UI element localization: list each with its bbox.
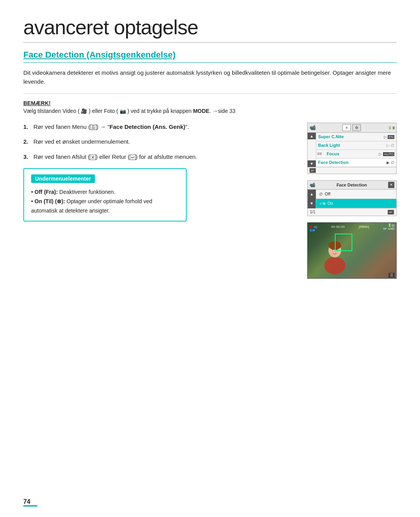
menu-row-facedetection-value: ▶ ∅ <box>387 160 394 165</box>
step-1-bold: Face Detection (Ans. Genk) <box>110 123 186 130</box>
nav-down-btn[interactable]: ▼ <box>308 160 316 167</box>
steps-list: 1. Rør ved fanen Menu (☰) → "Face Detect… <box>23 123 296 222</box>
off-icon: ∅ <box>319 192 323 196</box>
vf-remaining: [55Min] <box>359 225 369 229</box>
step-3-number: 3. <box>23 153 30 162</box>
panel2-row-off[interactable]: ∅ Off <box>316 190 396 199</box>
vf-top-bar: 📹 00:00:00 [55Min] 🔋|||| SF 1080 <box>308 223 396 231</box>
svg-point-3 <box>332 249 334 250</box>
subitem-off-label: Off (Fra): <box>35 189 58 195</box>
menu-row-focus-value: ▷ AUTO <box>379 152 394 156</box>
menu-row-supercnite-value: ▷ EN <box>384 135 394 139</box>
nav-spacer <box>308 139 316 160</box>
page-number: 74 <box>23 498 30 505</box>
step-3-text: Rør ved fanen Afslut (✕) eller Retur (↩)… <box>33 153 197 162</box>
panel2-row-on[interactable]: ✓⊗ On <box>316 199 396 208</box>
cam-icon: 📹 <box>310 125 316 130</box>
subitem-list: Off (Fra): Deaktiverer funktionen. On (T… <box>31 188 179 215</box>
panel2-cam-icon: 📹 <box>310 182 315 188</box>
menu-tabs: ≡ ⚙ <box>318 124 385 131</box>
step-3: 3. Rør ved fanen Afslut (✕) eller Retur … <box>23 153 296 162</box>
menu-row-facedetection: Face Detection ▶ ∅ <box>316 158 396 167</box>
vf-mode-badge: C.N <box>309 229 316 232</box>
subitem-on-label: On (Til) (⊗): <box>35 198 65 204</box>
on-icon: ✓⊗ <box>319 201 326 206</box>
subitem-box: Undermenuelementer Off (Fra): Deaktivere… <box>23 168 187 222</box>
menu-panel-1-counter: ↩ <box>308 167 396 174</box>
panel2-title: Face Detection <box>336 183 367 187</box>
vf-timecode: 00:00:00 <box>331 225 345 229</box>
panel2-back-btn[interactable]: ↩ <box>388 210 394 215</box>
section-heading: Face Detection (Ansigtsgenkendelse) <box>23 50 397 63</box>
right-panels: 📹 ≡ ⚙ 🔋 |||| ▲ ▼ <box>307 123 397 279</box>
battery-bars: |||| <box>393 126 394 129</box>
vf-menu-icon: ☰ <box>388 273 395 278</box>
panel2-counter: 1/1 ↩ <box>308 208 396 216</box>
divider <box>23 93 397 94</box>
step-2-number: 2. <box>23 137 30 146</box>
menu-row-supercnite: Super C.Nite ▷ EN <box>316 133 396 141</box>
step-2-text: Rør ved et ønsket undermenulement. <box>33 137 130 146</box>
subitem-on: On (Til) (⊗): Optager under optimale for… <box>31 197 179 216</box>
menu-row-backlight-value: ▷ ∅ <box>387 143 394 148</box>
menu-panel-1-body: ▲ ▼ Super C.Nite ▷ EN Back Light ▷ ∅ <box>308 133 396 167</box>
menu-rows: Super C.Nite ▷ EN Back Light ▷ ∅ 3/8 Foc… <box>316 133 396 167</box>
menu-row-backlight: Back Light ▷ ∅ <box>316 141 396 150</box>
steps-area: 1. Rør ved fanen Menu (☰) → "Face Detect… <box>23 123 397 279</box>
viewfinder: 📹 00:00:00 [55Min] 🔋|||| SF 1080 C.N <box>307 222 397 279</box>
note-text: Vælg tilstanden Video ( 🎥 ) eller Foto (… <box>23 108 397 114</box>
nav-col: ▲ ▼ <box>308 133 316 167</box>
panel2-items: ∅ Off ✓⊗ On <box>316 190 396 208</box>
note-label: BEMÆRK! <box>23 100 397 106</box>
panel2-row-on-label: On <box>327 201 333 206</box>
vf-rec-dot <box>309 225 312 228</box>
counter-38: 3/8 <box>317 152 322 156</box>
panel2-nav-down[interactable]: ▼ <box>308 199 316 208</box>
menu-row-focus: 3/8 Focus ▷ AUTO <box>316 150 396 158</box>
mode-bold: MODE <box>193 108 209 114</box>
tab-list[interactable]: ≡ <box>342 124 351 131</box>
panel2-counter-value: 1/1 <box>310 210 315 214</box>
menu-panel-1-header: 📹 ≡ ⚙ 🔋 |||| <box>308 123 396 133</box>
battery-icon: 🔋 <box>388 126 392 130</box>
step-1-text: Rør ved fanen Menu (☰) → "Face Detection… <box>33 123 189 132</box>
panel2-header: 📹 Face Detection ✕ <box>308 181 396 190</box>
page-title: avanceret optagelse <box>23 16 397 43</box>
menu-row-backlight-label: Back Light <box>318 143 387 148</box>
page-number-underline <box>23 505 37 506</box>
back-icon[interactable]: ↩ <box>310 168 316 173</box>
subitem-off: Off (Fra): Deaktiverer funktionen. <box>31 188 179 197</box>
nav-up-btn[interactable]: ▲ <box>308 133 316 139</box>
vf-face-box <box>335 234 352 251</box>
panel2-close-btn[interactable]: ✕ <box>388 182 394 188</box>
step-1: 1. Rør ved fanen Menu (☰) → "Face Detect… <box>23 123 296 132</box>
battery-area: 🔋 |||| <box>388 126 394 130</box>
step-1-number: 1. <box>23 123 30 132</box>
step-2: 2. Rør ved et ønsket undermenulement. <box>23 137 296 146</box>
vf-quality: 🔋|||| SF 1080 <box>383 223 395 230</box>
panel2-nav-up[interactable]: ▲ <box>308 190 316 199</box>
panel2-body: ▲ ▼ ∅ Off ✓⊗ On <box>308 190 396 208</box>
menu-row-focus-label: Focus <box>318 151 379 156</box>
intro-text: Dit videokamera detekterer et motivs ans… <box>23 68 397 86</box>
vf-bottom-bar: ☰ <box>308 272 396 278</box>
menu-row-supercnite-label: Super C.Nite <box>318 134 384 139</box>
tab-settings[interactable]: ⚙ <box>352 124 361 131</box>
panel2-nav-col: ▲ ▼ <box>308 190 316 208</box>
panel2-row-off-label: Off <box>325 192 330 196</box>
menu-panel-1: 📹 ≡ ⚙ 🔋 |||| ▲ ▼ <box>307 123 397 174</box>
vf-quality-label: SF 1080 <box>383 227 395 230</box>
subitem-heading: Undermenuelementer <box>31 174 95 183</box>
vf-battery-icon: 🔋|||| <box>388 223 395 227</box>
menu-panel-2: 📹 Face Detection ✕ ▲ ▼ ∅ Off ✓⊗ <box>307 180 397 216</box>
menu-row-facedetection-label: Face Detection <box>318 160 387 165</box>
